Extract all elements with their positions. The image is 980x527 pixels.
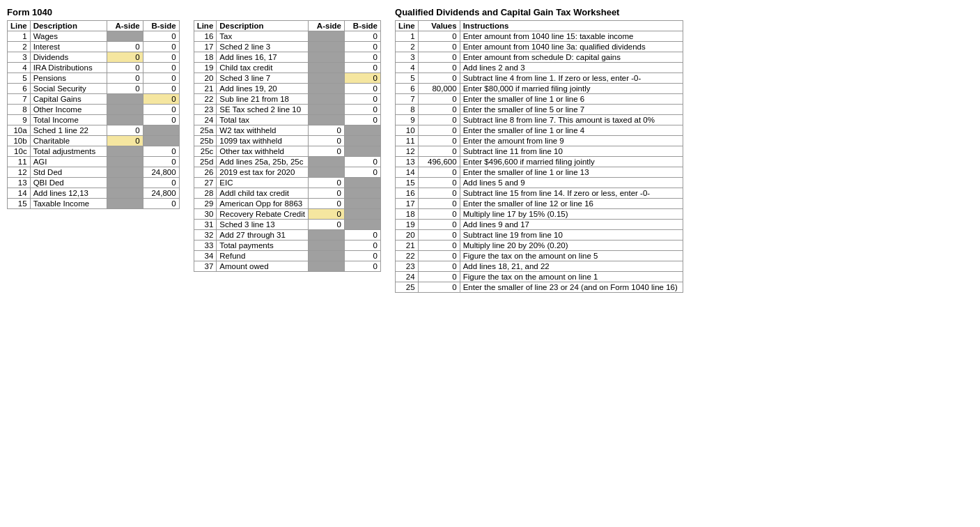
cell-bside[interactable]: 0 (143, 73, 179, 84)
cell-bside[interactable]: 24,800 (143, 188, 179, 199)
cell-bside[interactable]: 0 (345, 94, 381, 105)
cell-bside[interactable]: 0 (345, 63, 381, 73)
cell-aside[interactable] (309, 42, 345, 52)
cell-value[interactable]: 0 (418, 251, 460, 261)
cell-aside[interactable] (309, 230, 345, 240)
cell-value[interactable]: 0 (418, 136, 460, 146)
cell-aside[interactable] (309, 84, 345, 94)
cell-bside[interactable]: 0 (143, 84, 179, 94)
cell-bside[interactable]: 24,800 (143, 167, 179, 178)
cell-value[interactable]: 0 (418, 188, 460, 199)
cell-aside[interactable]: 0 (107, 136, 143, 146)
cell-bside[interactable]: 0 (345, 31, 381, 42)
cell-bside[interactable]: 0 (345, 230, 381, 240)
cell-aside[interactable] (107, 157, 143, 167)
cell-aside[interactable]: 0 (309, 199, 345, 209)
cell-bside[interactable]: 0 (345, 261, 381, 272)
cell-bside[interactable]: 0 (345, 251, 381, 261)
cell-bside[interactable]: 0 (143, 157, 179, 167)
cell-aside[interactable] (107, 105, 143, 115)
cell-bside[interactable]: 0 (143, 105, 179, 115)
cell-aside[interactable]: 0 (107, 73, 143, 84)
cell-aside[interactable]: 0 (309, 178, 345, 188)
cell-bside[interactable]: 0 (143, 178, 179, 188)
cell-aside[interactable] (107, 31, 143, 42)
cell-bside[interactable]: 0 (345, 167, 381, 178)
cell-value[interactable]: 0 (418, 272, 460, 282)
cell-bside[interactable]: 0 (143, 63, 179, 73)
cell-bside[interactable] (345, 136, 381, 146)
cell-value[interactable]: 0 (418, 115, 460, 125)
cell-bside[interactable] (345, 188, 381, 199)
cell-aside[interactable]: 0 (309, 188, 345, 199)
cell-bside[interactable]: 0 (345, 157, 381, 167)
cell-value[interactable]: 0 (418, 105, 460, 115)
cell-aside[interactable] (309, 31, 345, 42)
cell-bside[interactable] (345, 146, 381, 157)
cell-value[interactable]: 0 (418, 240, 460, 251)
cell-value[interactable]: 0 (418, 73, 460, 84)
cell-aside[interactable]: 0 (309, 125, 345, 136)
cell-bside[interactable]: 0 (143, 199, 179, 209)
cell-aside[interactable]: 0 (309, 220, 345, 230)
cell-bside[interactable] (345, 125, 381, 136)
cell-bside[interactable]: 0 (345, 105, 381, 115)
cell-bside[interactable]: 0 (143, 146, 179, 157)
cell-value[interactable]: 0 (418, 282, 460, 293)
cell-aside[interactable] (309, 94, 345, 105)
cell-aside[interactable] (309, 63, 345, 73)
cell-bside[interactable]: 0 (345, 240, 381, 251)
cell-value[interactable]: 0 (418, 178, 460, 188)
cell-value[interactable]: 0 (418, 261, 460, 272)
cell-value[interactable]: 496,600 (418, 157, 460, 167)
cell-bside[interactable]: 0 (143, 115, 179, 125)
cell-value[interactable]: 0 (418, 63, 460, 73)
cell-bside[interactable]: 0 (143, 94, 179, 105)
cell-aside[interactable] (107, 199, 143, 209)
cell-aside[interactable] (309, 105, 345, 115)
cell-aside[interactable] (107, 178, 143, 188)
cell-bside[interactable] (345, 199, 381, 209)
cell-bside[interactable]: 0 (143, 52, 179, 63)
cell-aside[interactable]: 0 (107, 84, 143, 94)
cell-bside[interactable]: 0 (345, 42, 381, 52)
cell-value[interactable]: 0 (418, 230, 460, 240)
cell-aside[interactable]: 0 (107, 52, 143, 63)
cell-value[interactable]: 0 (418, 125, 460, 136)
cell-bside[interactable]: 0 (143, 31, 179, 42)
cell-aside[interactable]: 0 (107, 125, 143, 136)
cell-aside[interactable]: 0 (107, 42, 143, 52)
cell-aside[interactable] (107, 167, 143, 178)
cell-bside[interactable] (345, 178, 381, 188)
cell-bside[interactable]: 0 (345, 52, 381, 63)
cell-aside[interactable] (107, 188, 143, 199)
cell-value[interactable]: 0 (418, 31, 460, 42)
cell-bside[interactable] (143, 125, 179, 136)
cell-aside[interactable] (107, 94, 143, 105)
cell-aside[interactable] (309, 251, 345, 261)
cell-aside[interactable]: 0 (309, 136, 345, 146)
cell-value[interactable]: 80,000 (418, 84, 460, 94)
cell-aside[interactable]: 0 (309, 209, 345, 220)
cell-aside[interactable] (107, 115, 143, 125)
cell-aside[interactable]: 0 (107, 63, 143, 73)
cell-value[interactable]: 0 (418, 52, 460, 63)
cell-aside[interactable]: 0 (309, 146, 345, 157)
cell-value[interactable]: 0 (418, 220, 460, 230)
cell-aside[interactable] (309, 73, 345, 84)
cell-aside[interactable] (309, 115, 345, 125)
cell-bside[interactable]: 0 (345, 73, 381, 84)
cell-bside[interactable]: 0 (345, 115, 381, 125)
cell-value[interactable]: 0 (418, 94, 460, 105)
cell-bside[interactable] (345, 220, 381, 230)
cell-value[interactable]: 0 (418, 199, 460, 209)
cell-value[interactable]: 0 (418, 42, 460, 52)
cell-aside[interactable] (107, 146, 143, 157)
cell-aside[interactable] (309, 261, 345, 272)
cell-aside[interactable] (309, 157, 345, 167)
cell-bside[interactable]: 0 (143, 42, 179, 52)
cell-value[interactable]: 0 (418, 167, 460, 178)
cell-aside[interactable] (309, 240, 345, 251)
cell-bside[interactable] (345, 209, 381, 220)
cell-bside[interactable] (143, 136, 179, 146)
